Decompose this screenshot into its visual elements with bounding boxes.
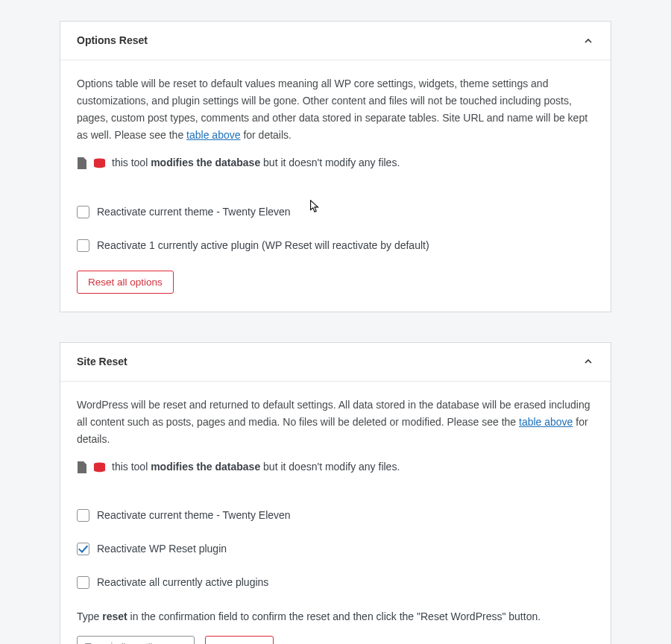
reactivate-plugin-checkbox[interactable] — [77, 239, 89, 252]
file-icon — [77, 157, 87, 169]
reset-all-options-button[interactable]: Reset all options — [77, 271, 174, 294]
tool-note: this tool modifies the database but it d… — [77, 154, 594, 171]
checkbox-row: Reactivate WP Reset plugin — [77, 540, 594, 558]
description: WordPress will be reset and returned to … — [77, 397, 594, 448]
reset-site-button[interactable]: Reset Site — [205, 636, 274, 644]
reactivate-all-plugins-checkbox[interactable] — [77, 576, 89, 589]
checkbox-label[interactable]: Reactivate WP Reset plugin — [97, 540, 227, 558]
checkbox-label[interactable]: Reactivate current theme - Twenty Eleven — [97, 507, 291, 524]
options-reset-panel: Options Reset Options table will be rese… — [60, 21, 611, 312]
confirm-row: Reset Site — [77, 636, 594, 644]
chevron-up-icon — [582, 356, 594, 367]
reset-confirm-input[interactable] — [77, 636, 195, 644]
checkbox-row: Reactivate current theme - Twenty Eleven — [77, 507, 594, 524]
site-reset-panel: Site Reset WordPress will be reset and r… — [60, 342, 611, 644]
tool-note: this tool modifies the database but it d… — [77, 458, 594, 476]
panel-title: Options Reset — [77, 32, 148, 49]
panel-title: Site Reset — [77, 353, 127, 370]
table-above-link[interactable]: table above — [519, 416, 573, 428]
table-above-link[interactable]: table above — [186, 129, 240, 141]
tool-note-text: this tool modifies the database but it d… — [112, 458, 400, 476]
checkbox-row: Reactivate 1 currently active plugin (WP… — [77, 237, 594, 254]
options-reset-header[interactable]: Options Reset — [60, 22, 611, 60]
panel-body: Options table will be reset to default v… — [60, 60, 611, 312]
checkbox-row: Reactivate all currently active plugins — [77, 574, 594, 591]
file-icon — [77, 461, 87, 473]
panel-body: WordPress will be reset and returned to … — [60, 382, 611, 644]
checkbox-label[interactable]: Reactivate 1 currently active plugin (WP… — [97, 237, 429, 254]
confirm-instruction: Type reset in the confirmation field to … — [77, 608, 594, 625]
checkbox-label[interactable]: Reactivate current theme - Twenty Eleven — [97, 203, 291, 221]
chevron-up-icon — [582, 35, 594, 47]
reactivate-theme-checkbox[interactable] — [77, 509, 89, 522]
reactivate-theme-checkbox[interactable] — [77, 206, 89, 218]
checkbox-label[interactable]: Reactivate all currently active plugins — [97, 574, 268, 591]
site-reset-header[interactable]: Site Reset — [60, 343, 611, 382]
database-icon — [93, 462, 106, 473]
tool-note-text: this tool modifies the database but it d… — [112, 154, 400, 171]
reactivate-wp-reset-checkbox[interactable] — [77, 543, 89, 555]
description: Options table will be reset to default v… — [77, 75, 594, 144]
database-icon — [93, 158, 106, 168]
checkbox-row: Reactivate current theme - Twenty Eleven — [77, 203, 594, 221]
